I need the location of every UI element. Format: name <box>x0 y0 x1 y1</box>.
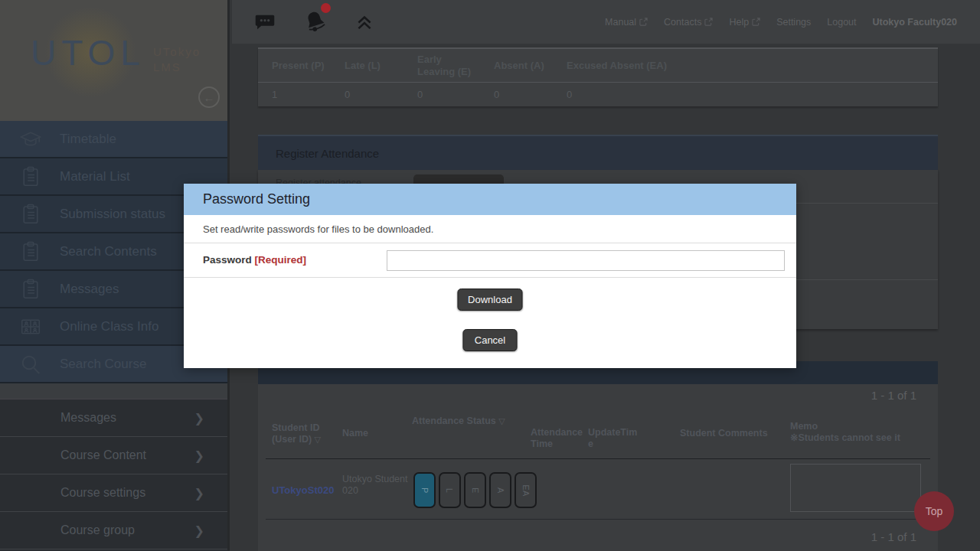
password-input[interactable] <box>387 250 785 271</box>
clipboard-icon <box>15 165 46 189</box>
student-name: Utokyo Student020 <box>342 474 410 497</box>
sidebar-gap <box>0 383 227 399</box>
summary-value-late: 0 <box>331 89 403 100</box>
summary-header-early-leaving: Early Leaving (E) <box>403 54 480 78</box>
status-button-late[interactable]: L <box>439 472 461 508</box>
sidebar-item-timetable[interactable]: Timetable <box>0 121 227 158</box>
modal-description-row: Set read/write passwords for files to be… <box>184 215 796 243</box>
modal-header: Password Setting <box>184 184 796 215</box>
sidebar-item-label: Messages <box>60 282 119 297</box>
sidebar-item-label: Material List <box>60 169 130 184</box>
scroll-to-top-button[interactable]: Top <box>914 491 954 531</box>
col-header-student-comments: Student Comments <box>680 428 768 439</box>
summary-header-row: Present (P) Late (L) Early Leaving (E) A… <box>258 49 938 83</box>
topbar: Manual Contacts Help <box>232 0 980 44</box>
logo-area: UTOL UTokyo LMS ← <box>0 0 227 121</box>
chevron-right-icon: ❯ <box>194 448 204 463</box>
modal-description: Set read/write passwords for files to be… <box>203 223 433 235</box>
sidebar-collapse-button[interactable]: ← <box>198 86 220 108</box>
summary-value-excused-absent: 0 <box>553 89 706 100</box>
notification-badge <box>321 3 331 13</box>
attendance-summary-panel: Present (P) Late (L) Early Leaving (E) A… <box>258 47 938 106</box>
summary-value-absent: 0 <box>480 89 553 100</box>
collapse-header-icon[interactable] <box>354 12 374 32</box>
attendance-status-buttons: P L E A EA <box>413 472 537 508</box>
col-header-student-id[interactable]: Student ID (User ID) ▽ <box>272 422 321 445</box>
modal-buttons: Download Cancel <box>184 278 796 367</box>
sort-icon[interactable]: ▽ <box>498 416 505 425</box>
sidebar-item-label: Course Content <box>60 448 146 462</box>
people-grid-icon <box>15 315 46 338</box>
current-user-name: Utokyo Faculty020 <box>873 17 957 28</box>
summary-values-row: 1 0 0 0 0 <box>258 83 938 106</box>
pagination-bottom: 1 - 1 of 1 <box>871 530 916 543</box>
sidebar-item-course-settings[interactable]: Course settings ❯ <box>0 474 227 512</box>
utol-logo: UTOL <box>31 32 145 73</box>
magnifier-icon <box>15 352 46 377</box>
sidebar-item-label: Course settings <box>60 486 145 500</box>
status-button-present[interactable]: P <box>413 472 436 508</box>
sidebar-item-course-content[interactable]: Course Content ❯ <box>0 437 227 474</box>
chevron-right-icon: ❯ <box>194 411 204 425</box>
chevron-right-icon: ❯ <box>194 486 204 500</box>
external-link-icon <box>704 18 713 26</box>
manual-link[interactable]: Manual <box>605 17 648 28</box>
modal-title: Password Setting <box>203 191 310 207</box>
external-link-icon <box>752 18 760 26</box>
table-row-divider <box>266 519 930 520</box>
external-link-icon <box>639 18 648 26</box>
summary-value-present: 1 <box>258 89 331 100</box>
topbar-icons <box>253 0 374 44</box>
password-label: Password [Required] <box>203 254 306 266</box>
col-header-update-time: UpdateTime <box>588 427 639 450</box>
summary-header-excused-absent: Excused Absent (EA) <box>553 60 706 72</box>
graduation-cap-icon <box>15 128 46 151</box>
clipboard-icon <box>15 277 46 302</box>
sidebar-item-label: Messages <box>60 411 116 425</box>
chevron-right-icon: ❯ <box>194 523 204 538</box>
utol-lms-page: UTOL UTokyo LMS ← Timetable <box>0 0 980 551</box>
sidebar-item-label: Course group <box>60 523 135 537</box>
register-attendance-header: Register Attendance <box>258 135 938 170</box>
pagination-top: 1 - 1 of 1 <box>871 389 916 402</box>
cancel-button[interactable]: Cancel <box>463 329 518 351</box>
logo-subtitle: UTokyo LMS <box>153 44 201 75</box>
summary-header-present: Present (P) <box>258 60 331 72</box>
topbar-links: Manual Contacts Help <box>605 0 957 44</box>
sidebar-item-label: Online Class Info <box>60 319 158 334</box>
student-id-link[interactable]: UTokyoSt020 <box>272 484 334 496</box>
sidebar-item-label: Timetable <box>60 132 116 147</box>
register-attendance-title: Register Attendance <box>276 147 379 160</box>
contacts-link[interactable]: Contacts <box>664 17 713 28</box>
col-header-name: Name <box>342 428 368 439</box>
table-header-divider <box>266 458 930 459</box>
sidebar-item-course-group[interactable]: Course group ❯ <box>0 512 227 549</box>
sidebar-item-label: Submission status <box>60 207 165 222</box>
required-label: [Required] <box>255 254 307 266</box>
download-button[interactable]: Download <box>458 289 523 311</box>
settings-link[interactable]: Settings <box>776 17 811 28</box>
col-header-attendance-status[interactable]: Attendance Status ▽ <box>412 416 505 427</box>
status-button-absent[interactable]: A <box>489 472 511 508</box>
help-link[interactable]: Help <box>729 17 760 28</box>
back-arrow-icon: ← <box>204 91 215 104</box>
chat-icon[interactable] <box>253 11 276 33</box>
status-button-early-leaving[interactable]: E <box>464 472 486 508</box>
status-button-excused-absent[interactable]: EA <box>514 472 537 508</box>
sidebar-item-messages-sub[interactable]: Messages ❯ <box>0 399 227 437</box>
clipboard-icon <box>15 202 46 227</box>
col-header-attendance-time: AttendanceTime <box>531 427 586 450</box>
logout-link[interactable]: Logout <box>827 17 856 28</box>
summary-value-early-leaving: 0 <box>403 89 480 100</box>
password-form-row: Password [Required] <box>184 243 796 278</box>
sidebar-item-label: Search Course <box>60 357 146 372</box>
summary-header-late: Late (L) <box>331 60 403 72</box>
notification-bell-icon[interactable] <box>302 8 328 36</box>
sort-icon[interactable]: ▽ <box>315 435 321 444</box>
password-setting-modal: Password Setting Set read/write password… <box>184 184 796 368</box>
memo-textarea[interactable] <box>790 464 921 512</box>
attendance-list-panel: 1 - 1 of 1 Student ID (User ID) ▽ Name A… <box>258 384 938 551</box>
col-header-memo: Memo ※Students cannot see it <box>790 421 900 444</box>
sidebar-item-label: Search Contents <box>60 244 157 259</box>
clipboard-icon <box>15 240 46 264</box>
